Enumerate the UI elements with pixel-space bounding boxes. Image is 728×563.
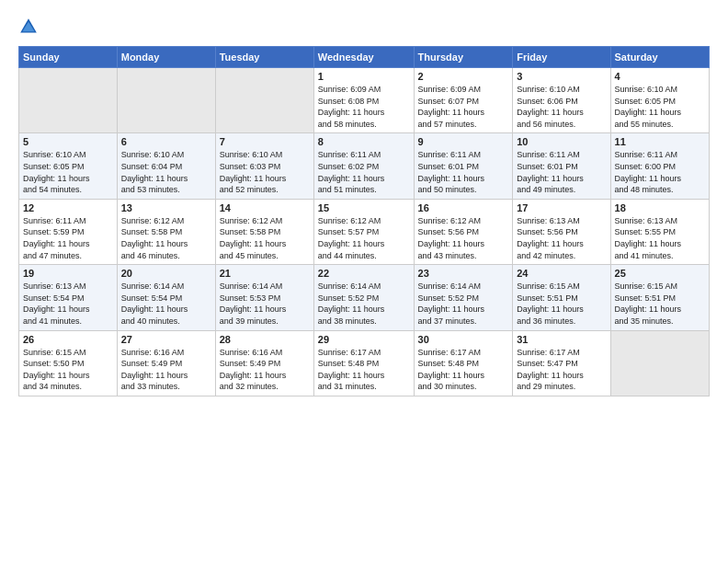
day-number: 3 xyxy=(517,71,606,82)
calendar: SundayMondayTuesdayWednesdayThursdayFrid… xyxy=(18,46,710,396)
day-number: 9 xyxy=(418,136,509,147)
week-row-4: 19Sunrise: 6:13 AM Sunset: 5:54 PM Dayli… xyxy=(19,265,710,330)
day-number: 1 xyxy=(318,71,410,82)
day-cell: 6Sunrise: 6:10 AM Sunset: 6:04 PM Daylig… xyxy=(117,133,215,199)
day-info: Sunrise: 6:17 AM Sunset: 5:47 PM Dayligh… xyxy=(517,347,606,393)
day-cell: 23Sunrise: 6:14 AM Sunset: 5:52 PM Dayli… xyxy=(414,265,513,330)
day-info: Sunrise: 6:13 AM Sunset: 5:55 PM Dayligh… xyxy=(615,215,705,261)
day-number: 2 xyxy=(418,71,509,82)
day-cell: 7Sunrise: 6:10 AM Sunset: 6:03 PM Daylig… xyxy=(215,133,313,199)
day-info: Sunrise: 6:14 AM Sunset: 5:52 PM Dayligh… xyxy=(418,281,509,327)
day-info: Sunrise: 6:17 AM Sunset: 5:48 PM Dayligh… xyxy=(318,347,410,393)
header xyxy=(18,17,710,37)
day-number: 20 xyxy=(121,268,211,279)
day-number: 10 xyxy=(517,136,606,147)
day-cell: 20Sunrise: 6:14 AM Sunset: 5:54 PM Dayli… xyxy=(117,265,215,330)
day-info: Sunrise: 6:12 AM Sunset: 5:56 PM Dayligh… xyxy=(418,215,509,261)
day-number: 28 xyxy=(220,334,310,345)
day-info: Sunrise: 6:15 AM Sunset: 5:51 PM Dayligh… xyxy=(615,281,705,327)
day-cell: 1Sunrise: 6:09 AM Sunset: 6:08 PM Daylig… xyxy=(313,68,414,133)
day-cell: 25Sunrise: 6:15 AM Sunset: 5:51 PM Dayli… xyxy=(610,265,709,330)
day-cell: 21Sunrise: 6:14 AM Sunset: 5:53 PM Dayli… xyxy=(215,265,313,330)
day-cell xyxy=(19,68,118,133)
weekday-header-tuesday: Tuesday xyxy=(215,47,313,68)
day-info: Sunrise: 6:11 AM Sunset: 6:01 PM Dayligh… xyxy=(418,149,509,195)
day-number: 26 xyxy=(23,334,113,345)
day-number: 30 xyxy=(418,334,509,345)
day-cell: 4Sunrise: 6:10 AM Sunset: 6:05 PM Daylig… xyxy=(610,68,709,133)
day-info: Sunrise: 6:10 AM Sunset: 6:03 PM Dayligh… xyxy=(220,149,310,195)
day-cell: 28Sunrise: 6:16 AM Sunset: 5:49 PM Dayli… xyxy=(215,330,313,396)
weekday-header-friday: Friday xyxy=(513,47,610,68)
day-number: 16 xyxy=(418,202,509,213)
day-info: Sunrise: 6:14 AM Sunset: 5:52 PM Dayligh… xyxy=(318,281,410,327)
day-info: Sunrise: 6:09 AM Sunset: 6:08 PM Dayligh… xyxy=(318,84,410,130)
day-cell xyxy=(610,330,709,396)
day-info: Sunrise: 6:12 AM Sunset: 5:58 PM Dayligh… xyxy=(121,215,211,261)
day-info: Sunrise: 6:12 AM Sunset: 5:57 PM Dayligh… xyxy=(318,215,410,261)
day-number: 19 xyxy=(23,268,113,279)
week-row-2: 5Sunrise: 6:10 AM Sunset: 6:05 PM Daylig… xyxy=(19,133,710,199)
day-number: 6 xyxy=(121,136,211,147)
day-cell: 17Sunrise: 6:13 AM Sunset: 5:56 PM Dayli… xyxy=(513,199,610,264)
day-info: Sunrise: 6:13 AM Sunset: 5:54 PM Dayligh… xyxy=(23,281,113,327)
logo xyxy=(18,17,41,37)
day-number: 13 xyxy=(121,202,211,213)
day-cell: 13Sunrise: 6:12 AM Sunset: 5:58 PM Dayli… xyxy=(117,199,215,264)
day-cell: 31Sunrise: 6:17 AM Sunset: 5:47 PM Dayli… xyxy=(513,330,610,396)
day-info: Sunrise: 6:12 AM Sunset: 5:58 PM Dayligh… xyxy=(220,215,310,261)
day-number: 24 xyxy=(517,268,606,279)
day-info: Sunrise: 6:13 AM Sunset: 5:56 PM Dayligh… xyxy=(517,215,606,261)
day-info: Sunrise: 6:11 AM Sunset: 6:02 PM Dayligh… xyxy=(318,149,410,195)
day-number: 18 xyxy=(615,202,705,213)
day-cell: 30Sunrise: 6:17 AM Sunset: 5:48 PM Dayli… xyxy=(414,330,513,396)
day-cell: 2Sunrise: 6:09 AM Sunset: 6:07 PM Daylig… xyxy=(414,68,513,133)
day-info: Sunrise: 6:16 AM Sunset: 5:49 PM Dayligh… xyxy=(220,347,310,393)
day-cell: 14Sunrise: 6:12 AM Sunset: 5:58 PM Dayli… xyxy=(215,199,313,264)
day-info: Sunrise: 6:09 AM Sunset: 6:07 PM Dayligh… xyxy=(418,84,509,130)
day-number: 7 xyxy=(220,136,310,147)
day-number: 17 xyxy=(517,202,606,213)
day-info: Sunrise: 6:14 AM Sunset: 5:54 PM Dayligh… xyxy=(121,281,211,327)
day-cell: 29Sunrise: 6:17 AM Sunset: 5:48 PM Dayli… xyxy=(313,330,414,396)
week-row-3: 12Sunrise: 6:11 AM Sunset: 5:59 PM Dayli… xyxy=(19,199,710,264)
day-cell: 12Sunrise: 6:11 AM Sunset: 5:59 PM Dayli… xyxy=(19,199,118,264)
day-cell: 24Sunrise: 6:15 AM Sunset: 5:51 PM Dayli… xyxy=(513,265,610,330)
day-number: 11 xyxy=(615,136,705,147)
day-number: 31 xyxy=(517,334,606,345)
day-cell: 11Sunrise: 6:11 AM Sunset: 6:00 PM Dayli… xyxy=(610,133,709,199)
day-info: Sunrise: 6:10 AM Sunset: 6:05 PM Dayligh… xyxy=(23,149,113,195)
day-info: Sunrise: 6:10 AM Sunset: 6:06 PM Dayligh… xyxy=(517,84,606,130)
day-number: 23 xyxy=(418,268,509,279)
day-number: 14 xyxy=(220,202,310,213)
day-cell: 9Sunrise: 6:11 AM Sunset: 6:01 PM Daylig… xyxy=(414,133,513,199)
day-cell: 8Sunrise: 6:11 AM Sunset: 6:02 PM Daylig… xyxy=(313,133,414,199)
day-info: Sunrise: 6:17 AM Sunset: 5:48 PM Dayligh… xyxy=(418,347,509,393)
day-number: 8 xyxy=(318,136,410,147)
day-info: Sunrise: 6:15 AM Sunset: 5:50 PM Dayligh… xyxy=(23,347,113,393)
day-number: 5 xyxy=(23,136,113,147)
day-cell: 18Sunrise: 6:13 AM Sunset: 5:55 PM Dayli… xyxy=(610,199,709,264)
day-cell xyxy=(117,68,215,133)
weekday-header-wednesday: Wednesday xyxy=(313,47,414,68)
day-cell: 10Sunrise: 6:11 AM Sunset: 6:01 PM Dayli… xyxy=(513,133,610,199)
day-cell: 16Sunrise: 6:12 AM Sunset: 5:56 PM Dayli… xyxy=(414,199,513,264)
day-cell: 5Sunrise: 6:10 AM Sunset: 6:05 PM Daylig… xyxy=(19,133,118,199)
day-number: 29 xyxy=(318,334,410,345)
weekday-header-row: SundayMondayTuesdayWednesdayThursdayFrid… xyxy=(19,47,710,68)
day-cell: 15Sunrise: 6:12 AM Sunset: 5:57 PM Dayli… xyxy=(313,199,414,264)
day-cell: 22Sunrise: 6:14 AM Sunset: 5:52 PM Dayli… xyxy=(313,265,414,330)
day-info: Sunrise: 6:15 AM Sunset: 5:51 PM Dayligh… xyxy=(517,281,606,327)
day-info: Sunrise: 6:10 AM Sunset: 6:04 PM Dayligh… xyxy=(121,149,211,195)
weekday-header-sunday: Sunday xyxy=(19,47,118,68)
weekday-header-saturday: Saturday xyxy=(610,47,709,68)
day-info: Sunrise: 6:11 AM Sunset: 6:01 PM Dayligh… xyxy=(517,149,606,195)
week-row-1: 1Sunrise: 6:09 AM Sunset: 6:08 PM Daylig… xyxy=(19,68,710,133)
logo-icon xyxy=(18,17,39,37)
day-number: 22 xyxy=(318,268,410,279)
day-number: 25 xyxy=(615,268,705,279)
day-cell: 19Sunrise: 6:13 AM Sunset: 5:54 PM Dayli… xyxy=(19,265,118,330)
day-cell xyxy=(215,68,313,133)
day-cell: 27Sunrise: 6:16 AM Sunset: 5:49 PM Dayli… xyxy=(117,330,215,396)
weekday-header-monday: Monday xyxy=(117,47,215,68)
